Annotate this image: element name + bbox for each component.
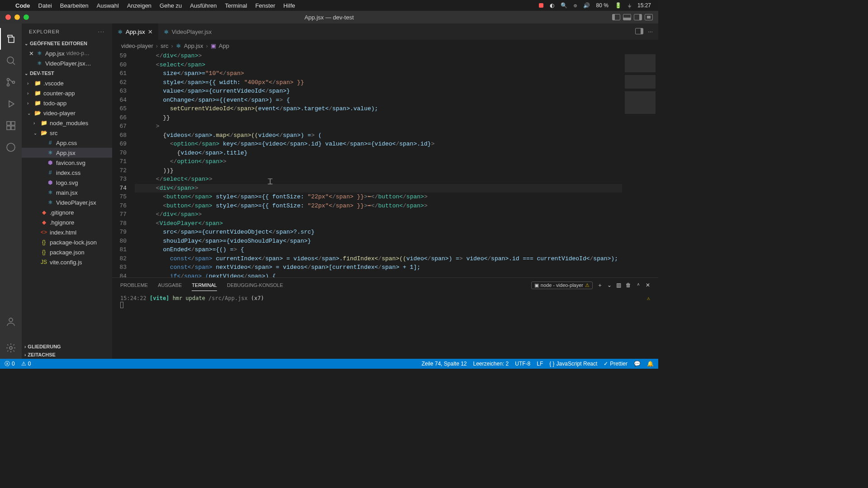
folder-item[interactable]: ⌄📂video-player xyxy=(22,108,112,118)
menu-file[interactable]: Datei xyxy=(38,2,52,9)
activity-search-icon[interactable] xyxy=(0,50,22,71)
sidebar-more-icon[interactable]: ··· xyxy=(98,29,105,34)
panel-tab-output[interactable]: AUSGABE xyxy=(158,280,182,291)
file-item[interactable]: ⚛App.jsx xyxy=(22,148,112,158)
control-center-icon[interactable]: ⌾ xyxy=(574,2,577,9)
battery-icon[interactable]: 🔋 xyxy=(615,2,622,9)
status-errors[interactable]: ⓧ0 xyxy=(5,360,15,368)
file-item[interactable]: ⬢favicon.svg xyxy=(22,158,112,168)
code-editor[interactable]: 5960616263646566676869707172737475767778… xyxy=(112,52,658,277)
more-actions-icon[interactable]: ··· xyxy=(648,28,653,36)
folder-item[interactable]: ›📁.vscode xyxy=(22,78,112,88)
status-warnings[interactable]: ⚠0 xyxy=(21,361,31,367)
file-item[interactable]: <>index.html xyxy=(22,227,112,237)
terminal-body[interactable]: 15:24:22 [vite] hmr update /src/App.jsx … xyxy=(112,292,658,359)
activity-account-icon[interactable] xyxy=(0,311,22,333)
file-item[interactable]: {}package.json xyxy=(22,247,112,257)
file-item[interactable]: #index.css xyxy=(22,168,112,178)
split-editor-icon[interactable] xyxy=(635,28,643,36)
warning-icon[interactable]: ⚠ xyxy=(647,295,650,301)
chevron-icon: › xyxy=(27,81,33,86)
window-zoom[interactable] xyxy=(24,14,29,20)
file-item[interactable]: ⬢logo.svg xyxy=(22,178,112,188)
kill-terminal-icon[interactable]: 🗑 xyxy=(626,282,631,288)
layout-sidebar-right-icon[interactable] xyxy=(634,14,642,20)
panel-tab-problems[interactable]: PROBLEME xyxy=(120,280,148,291)
file-item[interactable]: #App.css xyxy=(22,138,112,148)
breadcrumb-segment[interactable]: src xyxy=(160,42,168,49)
activity-explorer-icon[interactable] xyxy=(0,28,22,50)
window-minimize[interactable] xyxy=(14,14,20,20)
panel-close-icon[interactable]: ✕ xyxy=(646,282,650,288)
tab-close-icon[interactable]: ✕ xyxy=(148,28,153,35)
split-terminal-icon[interactable]: ▥ xyxy=(616,282,621,288)
panel-tab-terminal[interactable]: TERMINAL xyxy=(192,280,217,291)
layout-customize-icon[interactable] xyxy=(645,14,653,20)
status-prettier[interactable]: ✓ Prettier xyxy=(604,361,627,367)
activity-debug-icon[interactable] xyxy=(0,93,22,115)
file-item[interactable]: ◆.gitignore xyxy=(22,207,112,217)
clock[interactable]: 15:27 xyxy=(637,2,651,9)
breadcrumb-segment[interactable]: App xyxy=(219,42,229,49)
activity-scm-icon[interactable] xyxy=(0,71,22,93)
layout-sidebar-left-icon[interactable] xyxy=(612,14,620,20)
folder-item[interactable]: ⌄📂src xyxy=(22,128,112,138)
breadcrumb-segment[interactable]: App.jsx xyxy=(184,42,203,49)
activity-settings-icon[interactable] xyxy=(0,337,22,359)
activity-extra-icon[interactable] xyxy=(0,136,22,158)
menu-window[interactable]: Fenster xyxy=(255,2,275,9)
folder-item[interactable]: ›📁node_modules xyxy=(22,118,112,128)
folder-item[interactable]: ›📁counter-app xyxy=(22,88,112,98)
terminal-dropdown-icon[interactable]: ⌄ xyxy=(607,282,612,288)
file-item[interactable]: ◆.hgignore xyxy=(22,217,112,227)
file-item[interactable]: JSvite.config.js xyxy=(22,257,112,267)
terminal-selector[interactable]: ▣ node - video-player ⚠ xyxy=(531,282,593,289)
status-encoding[interactable]: UTF-8 xyxy=(515,361,530,367)
panel-tab-debug-console[interactable]: DEBUGGING-KONSOLE xyxy=(227,280,283,291)
tray-icon[interactable]: ◐ xyxy=(550,2,554,9)
menu-edit[interactable]: Bearbeiten xyxy=(60,2,89,9)
status-language[interactable]: { } JavaScript React xyxy=(549,361,597,367)
panel-maximize-icon[interactable]: ＾ xyxy=(636,282,641,289)
menu-go[interactable]: Gehe zu xyxy=(160,2,182,9)
file-item[interactable]: ⚛main.jsx xyxy=(22,188,112,197)
svg-rect-4 xyxy=(7,122,10,125)
file-item[interactable]: ⚛VideoPlayer.jsx xyxy=(22,197,112,207)
window-close[interactable] xyxy=(5,14,11,20)
status-eol[interactable]: LF xyxy=(537,361,543,367)
status-bell-icon[interactable]: 🔔 xyxy=(647,361,654,367)
menu-run[interactable]: Ausführen xyxy=(190,2,217,9)
tree-item-label: vite.config.js xyxy=(50,259,82,266)
menu-app[interactable]: Code xyxy=(15,2,30,9)
wifi-icon[interactable]: ⏚ xyxy=(628,2,631,9)
section-timeline[interactable]: › ZEITACHSE xyxy=(22,351,112,359)
minimap[interactable] xyxy=(622,52,658,277)
file-item[interactable]: {}package-lock.json xyxy=(22,237,112,247)
breadcrumb-segment[interactable]: video-player xyxy=(121,42,153,49)
activity-extensions-icon[interactable] xyxy=(0,115,22,136)
menu-view[interactable]: Anzeigen xyxy=(127,2,151,9)
breadcrumb[interactable]: video-player › src › ⚛ App.jsx › ▣ App xyxy=(112,40,658,52)
svg-rect-5 xyxy=(7,126,10,130)
menu-selection[interactable]: Auswahl xyxy=(97,2,119,9)
layout-panel-icon[interactable] xyxy=(623,14,631,20)
new-terminal-icon[interactable]: ＋ xyxy=(597,282,603,289)
status-indent[interactable]: Leerzeichen: 2 xyxy=(473,361,509,367)
spotlight-icon[interactable]: 🔍 xyxy=(561,2,567,9)
close-icon[interactable]: ✕ xyxy=(27,50,35,57)
status-feedback-icon[interactable]: 💬 xyxy=(634,361,641,367)
status-cursor[interactable]: Zeile 74, Spalte 12 xyxy=(421,361,467,367)
section-project[interactable]: ⌄ DEV-TEST xyxy=(22,69,112,77)
menu-help[interactable]: Hilfe xyxy=(283,2,295,9)
git-icon: ◆ xyxy=(40,209,48,216)
section-outline[interactable]: › GLIEDERUNG xyxy=(22,343,112,351)
folder-item[interactable]: ›📁todo-app xyxy=(22,98,112,108)
section-open-editors[interactable]: ⌄ GEÖFFNETE EDITOREN xyxy=(22,39,112,47)
volume-icon[interactable]: 🔊 xyxy=(583,2,590,9)
tab-app-jsx[interactable]: ⚛ App.jsx ✕ xyxy=(112,23,158,40)
tab-videoplayer-jsx[interactable]: ⚛ VideoPlayer.jsx xyxy=(158,23,217,40)
open-editor-item[interactable]: ✕ ⚛ App.jsx video-p… xyxy=(22,48,112,58)
menu-terminal[interactable]: Terminal xyxy=(225,2,247,9)
tree-item-label: node_modules xyxy=(50,120,88,127)
open-editor-item[interactable]: ⚛ VideoPlayer.jsx… xyxy=(22,58,112,68)
